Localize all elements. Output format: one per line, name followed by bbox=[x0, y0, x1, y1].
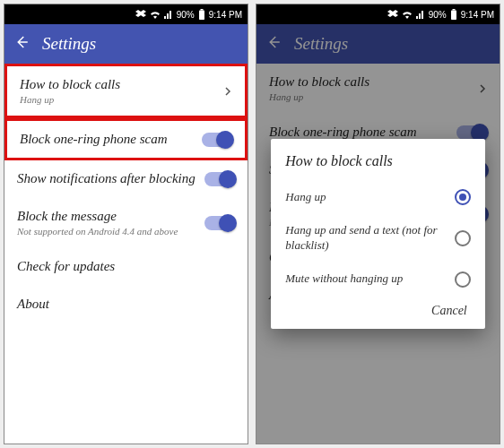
settings-item[interactable]: Block the messageNot supported on Androi… bbox=[4, 198, 248, 248]
dialog-option-label: Hang up bbox=[285, 190, 445, 205]
settings-item[interactable]: How to block callsHang up bbox=[4, 64, 248, 118]
cancel-button[interactable]: Cancel bbox=[431, 304, 467, 317]
settings-item[interactable]: Check for updates bbox=[4, 248, 248, 286]
battery-icon bbox=[198, 9, 205, 20]
svg-rect-3 bbox=[452, 9, 455, 11]
clock: 9:14 PM bbox=[461, 10, 494, 20]
settings-item-title: Check for updates bbox=[17, 259, 235, 274]
wifi-icon bbox=[402, 10, 413, 19]
settings-item[interactable]: About bbox=[4, 286, 248, 323]
dialog-scrim[interactable]: How to block calls Hang upHang up and se… bbox=[256, 24, 500, 444]
dropbox-icon bbox=[387, 10, 398, 19]
settings-item[interactable]: Block one-ring phone scam bbox=[4, 118, 248, 160]
settings-item-title: About bbox=[17, 297, 235, 312]
wifi-icon bbox=[150, 10, 161, 19]
battery-icon bbox=[450, 9, 457, 20]
signal-icon bbox=[164, 10, 173, 19]
phone-left: 90% 9:14 PM Settings How to block callsH… bbox=[4, 4, 248, 444]
dialog-option[interactable]: Hang up and send a text (not for blackli… bbox=[285, 214, 470, 263]
toggle-switch[interactable] bbox=[204, 216, 235, 230]
back-button[interactable] bbox=[13, 34, 30, 55]
dialog-option[interactable]: Hang up bbox=[285, 180, 470, 214]
status-bar: 90% 9:14 PM bbox=[4, 4, 248, 24]
phone-right: 90% 9:14 PM Settings How to block callsH… bbox=[256, 4, 500, 444]
settings-item-sub: Not supported on Android 4.4 and above bbox=[17, 226, 197, 237]
status-bar: 90% 9:14 PM bbox=[256, 4, 500, 24]
battery-level: 90% bbox=[177, 10, 195, 20]
settings-item-title: Block one-ring phone scam bbox=[20, 132, 195, 147]
radio-button[interactable] bbox=[455, 271, 471, 288]
settings-item[interactable]: Show notifications after blocking bbox=[4, 160, 248, 198]
dialog-option[interactable]: Mute without hanging up bbox=[285, 263, 470, 297]
dialog-title: How to block calls bbox=[285, 153, 470, 169]
dialog-option-label: Mute without hanging up bbox=[285, 271, 445, 287]
signal-icon bbox=[416, 10, 425, 19]
settings-list-left: How to block callsHang upBlock one-ring … bbox=[4, 64, 248, 444]
page-title: Settings bbox=[42, 34, 96, 54]
svg-rect-1 bbox=[200, 9, 203, 11]
settings-item-title: Block the message bbox=[17, 209, 197, 224]
chevron-right-icon bbox=[223, 87, 232, 96]
battery-level: 90% bbox=[429, 10, 447, 20]
settings-item-title: How to block calls bbox=[20, 77, 216, 92]
settings-item-sub: Hang up bbox=[20, 94, 216, 105]
clock: 9:14 PM bbox=[209, 10, 242, 20]
radio-button[interactable] bbox=[455, 230, 471, 246]
block-calls-dialog: How to block calls Hang upHang up and se… bbox=[271, 139, 484, 329]
svg-rect-2 bbox=[451, 11, 456, 21]
dialog-options: Hang upHang up and send a text (not for … bbox=[285, 180, 470, 297]
settings-item-title: Show notifications after blocking bbox=[17, 171, 197, 186]
dropbox-icon bbox=[135, 10, 146, 19]
toggle-switch[interactable] bbox=[202, 133, 232, 147]
svg-rect-0 bbox=[199, 11, 204, 21]
radio-button[interactable] bbox=[455, 189, 471, 205]
dialog-option-label: Hang up and send a text (not for blackli… bbox=[285, 223, 445, 254]
toggle-switch[interactable] bbox=[204, 172, 235, 186]
app-bar: Settings bbox=[4, 24, 248, 64]
